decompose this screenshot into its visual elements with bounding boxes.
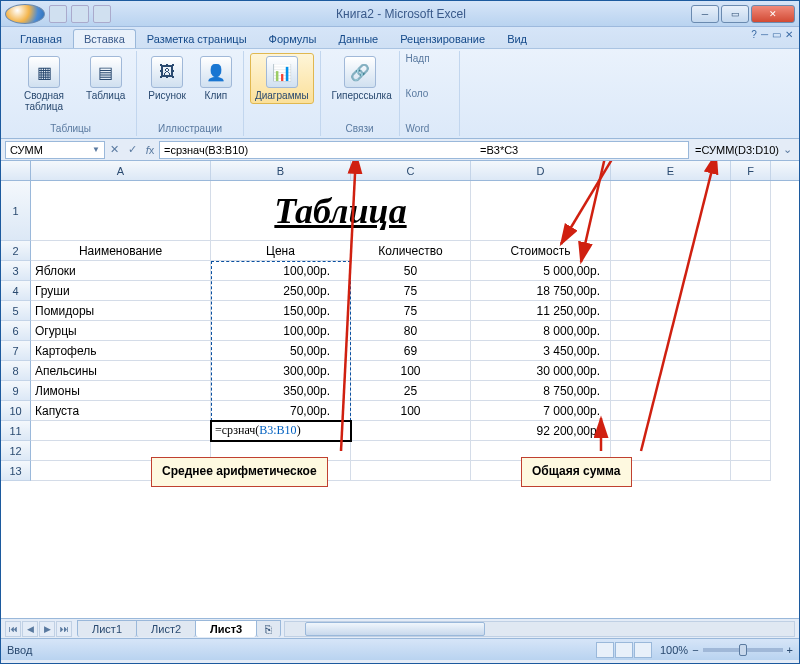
cell-B10[interactable]: 70,00р. bbox=[211, 401, 351, 421]
sheet-tab-2[interactable]: Лист2 bbox=[136, 620, 196, 637]
cell-E11[interactable] bbox=[611, 421, 731, 441]
zoom-in-icon[interactable]: + bbox=[787, 644, 793, 656]
tab-review[interactable]: Рецензирование bbox=[389, 29, 496, 48]
row-header-9[interactable]: 9 bbox=[1, 381, 31, 401]
cell-A1[interactable] bbox=[31, 181, 211, 241]
cell-A11[interactable] bbox=[31, 421, 211, 441]
office-button[interactable] bbox=[5, 4, 45, 24]
new-sheet-button[interactable]: ⎘ bbox=[256, 620, 281, 637]
redo-icon[interactable] bbox=[93, 5, 111, 23]
cell-F11[interactable] bbox=[731, 421, 771, 441]
col-header-E[interactable]: E bbox=[611, 161, 731, 180]
pivot-table-button[interactable]: ▦ Сводная таблица bbox=[11, 53, 77, 115]
tab-layout[interactable]: Разметка страницы bbox=[136, 29, 258, 48]
tab-data[interactable]: Данные bbox=[327, 29, 389, 48]
cell-E10[interactable] bbox=[611, 401, 731, 421]
row-header-4[interactable]: 4 bbox=[1, 281, 31, 301]
cell-D5[interactable]: 11 250,00р. bbox=[471, 301, 611, 321]
cell-C2[interactable]: Количество bbox=[351, 241, 471, 261]
cell-D3[interactable]: 5 000,00р. bbox=[471, 261, 611, 281]
cell-B4[interactable]: 250,00р. bbox=[211, 281, 351, 301]
formula-input[interactable]: =срзнач(B3:B10) =B3*C3 bbox=[159, 141, 689, 159]
cell-F3[interactable] bbox=[731, 261, 771, 281]
cell-E4[interactable] bbox=[611, 281, 731, 301]
cell-E5[interactable] bbox=[611, 301, 731, 321]
cell-A2[interactable]: Наименование bbox=[31, 241, 211, 261]
cell-D11-total[interactable]: 92 200,00р. bbox=[471, 421, 611, 441]
cell-B6[interactable]: 100,00р. bbox=[211, 321, 351, 341]
row-header-7[interactable]: 7 bbox=[1, 341, 31, 361]
enter-formula-icon[interactable]: ✓ bbox=[123, 141, 141, 159]
cell-E6[interactable] bbox=[611, 321, 731, 341]
cancel-formula-icon[interactable]: ✕ bbox=[105, 141, 123, 159]
cell-B1-title[interactable]: Таблица bbox=[211, 181, 471, 241]
minimize-button[interactable]: ─ bbox=[691, 5, 719, 23]
cell-C11[interactable] bbox=[351, 421, 471, 441]
name-box[interactable]: СУММ ▼ bbox=[5, 141, 105, 159]
clipart-button[interactable]: 👤 Клип bbox=[195, 53, 237, 104]
page-layout-view-icon[interactable] bbox=[615, 642, 633, 658]
cell-F7[interactable] bbox=[731, 341, 771, 361]
row-header-11[interactable]: 11 bbox=[1, 421, 31, 441]
zoom-thumb[interactable] bbox=[739, 644, 747, 656]
cell-B2[interactable]: Цена bbox=[211, 241, 351, 261]
cell-E7[interactable] bbox=[611, 341, 731, 361]
cell-C3[interactable]: 50 bbox=[351, 261, 471, 281]
fx-icon[interactable]: fx bbox=[141, 141, 159, 159]
cell-C7[interactable]: 69 bbox=[351, 341, 471, 361]
row-header-1[interactable]: 1 bbox=[1, 181, 31, 241]
col-header-D[interactable]: D bbox=[471, 161, 611, 180]
horizontal-scrollbar[interactable] bbox=[284, 621, 795, 637]
cell-D4[interactable]: 18 750,00р. bbox=[471, 281, 611, 301]
cell-E1[interactable] bbox=[611, 181, 731, 241]
cell-A6[interactable]: Огурцы bbox=[31, 321, 211, 341]
cell-B11-active[interactable]: =срзнач(B3:B10) bbox=[211, 421, 351, 441]
col-header-C[interactable]: C bbox=[351, 161, 471, 180]
sheet-tab-1[interactable]: Лист1 bbox=[77, 620, 137, 637]
row-header-5[interactable]: 5 bbox=[1, 301, 31, 321]
cell-A4[interactable]: Груши bbox=[31, 281, 211, 301]
normal-view-icon[interactable] bbox=[596, 642, 614, 658]
cell-E8[interactable] bbox=[611, 361, 731, 381]
cell-F4[interactable] bbox=[731, 281, 771, 301]
col-header-A[interactable]: A bbox=[31, 161, 211, 180]
row-header-13[interactable]: 13 bbox=[1, 461, 31, 481]
cell-E3[interactable] bbox=[611, 261, 731, 281]
zoom-slider[interactable] bbox=[703, 648, 783, 652]
cell-C5[interactable]: 75 bbox=[351, 301, 471, 321]
cell-E2[interactable] bbox=[611, 241, 731, 261]
hyperlink-button[interactable]: 🔗 Гиперссылка bbox=[327, 53, 393, 104]
row-header-10[interactable]: 10 bbox=[1, 401, 31, 421]
cell-D8[interactable]: 30 000,00р. bbox=[471, 361, 611, 381]
cell-D2[interactable]: Стоимость bbox=[471, 241, 611, 261]
cell-F12[interactable] bbox=[731, 441, 771, 461]
page-break-view-icon[interactable] bbox=[634, 642, 652, 658]
cell-A5[interactable]: Помидоры bbox=[31, 301, 211, 321]
formula-expand-icon[interactable]: ⌄ bbox=[779, 143, 795, 156]
tab-insert[interactable]: Вставка bbox=[73, 29, 136, 48]
cell-A8[interactable]: Апельсины bbox=[31, 361, 211, 381]
doc-restore-button[interactable]: ▭ bbox=[772, 29, 781, 40]
cell-F13[interactable] bbox=[731, 461, 771, 481]
tab-home[interactable]: Главная bbox=[9, 29, 73, 48]
cell-C6[interactable]: 80 bbox=[351, 321, 471, 341]
sheet-last-icon[interactable]: ⏭ bbox=[56, 621, 72, 637]
cell-A7[interactable]: Картофель bbox=[31, 341, 211, 361]
cell-D9[interactable]: 8 750,00р. bbox=[471, 381, 611, 401]
doc-close-button[interactable]: ✕ bbox=[785, 29, 793, 40]
charts-button[interactable]: 📊 Диаграммы bbox=[250, 53, 314, 104]
cell-B9[interactable]: 350,00р. bbox=[211, 381, 351, 401]
sheet-tab-3[interactable]: Лист3 bbox=[195, 620, 257, 637]
zoom-out-icon[interactable]: − bbox=[692, 644, 698, 656]
cell-D7[interactable]: 3 450,00р. bbox=[471, 341, 611, 361]
cell-F2[interactable] bbox=[731, 241, 771, 261]
row-header-6[interactable]: 6 bbox=[1, 321, 31, 341]
cell-E9[interactable] bbox=[611, 381, 731, 401]
help-icon[interactable]: ? bbox=[751, 29, 757, 40]
sheet-prev-icon[interactable]: ◀ bbox=[22, 621, 38, 637]
cell-C4[interactable]: 75 bbox=[351, 281, 471, 301]
doc-minimize-button[interactable]: ─ bbox=[761, 29, 768, 40]
cell-A3[interactable]: Яблоки bbox=[31, 261, 211, 281]
cell-F6[interactable] bbox=[731, 321, 771, 341]
undo-icon[interactable] bbox=[71, 5, 89, 23]
